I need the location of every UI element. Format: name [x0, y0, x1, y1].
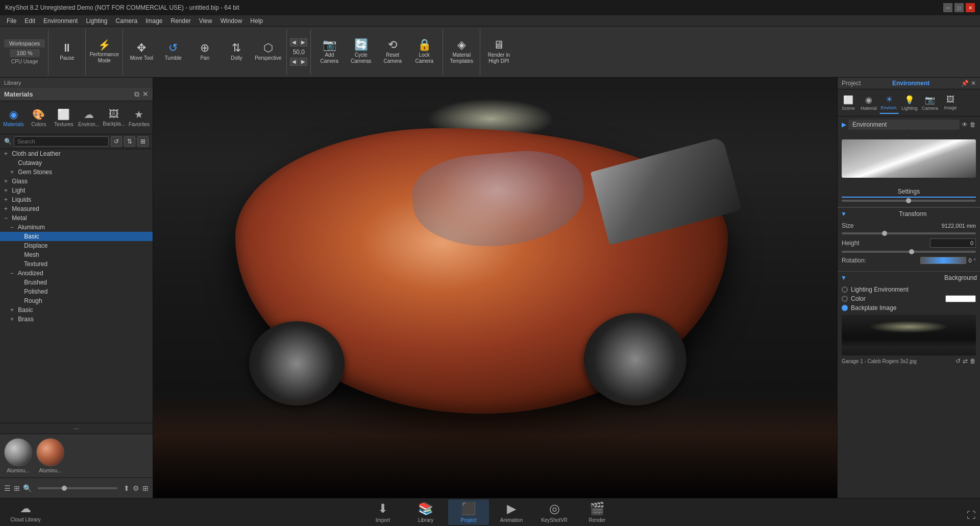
size-slider[interactable] — [38, 487, 117, 489]
workspaces-button[interactable]: Workspaces — [4, 39, 45, 47]
minimize-button[interactable]: ─ — [943, 3, 952, 12]
tab-scene[interactable]: ⬜ Scene — [839, 91, 858, 114]
settings-icon[interactable]: ⚙ — [133, 484, 139, 492]
tree-item-light[interactable]: + Light — [0, 186, 153, 195]
menu-camera[interactable]: Camera — [111, 16, 141, 26]
height-slider-track[interactable] — [842, 251, 976, 253]
env-delete-icon[interactable]: 🗑 — [970, 121, 976, 128]
grid-view-icon[interactable]: ⊞ — [14, 484, 20, 492]
pause-button[interactable]: ⏸ Pause — [52, 32, 82, 73]
more-items-button[interactable]: ··· — [0, 423, 153, 434]
tree-item-glass[interactable]: + Glass — [0, 177, 153, 186]
close-right-icon[interactable]: ✕ — [971, 80, 976, 87]
tree-item-aluminum[interactable]: − Aluminum — [0, 223, 153, 232]
background-header[interactable]: ▼ Background — [838, 272, 980, 284]
fullscreen-button[interactable]: ⛶ — [967, 510, 976, 521]
height-input[interactable] — [930, 238, 976, 248]
performance-mode-button[interactable]: ⚡ PerformanceMode — [89, 32, 119, 73]
cycle-cameras-button[interactable]: 🔄 CycleCameras — [346, 32, 376, 73]
env-slider[interactable] — [842, 200, 976, 202]
tab-environ[interactable]: ☀ Environ. — [879, 91, 899, 114]
tumble-button[interactable]: ↺ Tumble — [158, 32, 188, 73]
tree-item-cutaway[interactable]: Cutaway — [0, 158, 153, 168]
menu-help[interactable]: Help — [246, 16, 267, 26]
move-tool-button[interactable]: ✥ Move Tool — [126, 32, 157, 73]
size-slider-track[interactable] — [842, 232, 976, 234]
zoom-out2-button[interactable]: ◀ — [290, 58, 298, 66]
filter-button[interactable]: ⊞ — [137, 136, 149, 147]
render-high-dpi-button[interactable]: 🖥 Render inHigh DPI — [483, 32, 514, 73]
upload-icon[interactable]: ⬆ — [124, 484, 130, 492]
material-thumb-img-1[interactable] — [4, 438, 32, 466]
menu-environment[interactable]: Environment — [39, 16, 82, 26]
tree-item-textured[interactable]: Textured — [0, 259, 153, 269]
more-bottom-icon[interactable]: ⊞ — [142, 484, 149, 492]
tab-environments[interactable]: ☁ Environ... — [78, 104, 101, 131]
tab-textures[interactable]: ⬜ Textures — [52, 104, 75, 131]
lighting-env-radio-btn[interactable] — [842, 286, 848, 293]
color-swatch[interactable] — [945, 295, 976, 302]
tab-material[interactable]: ◉ Material — [859, 91, 878, 114]
tree-item-gemstones[interactable]: + Gem Stones — [0, 168, 153, 177]
backplate-reload-icon[interactable]: ↺ — [955, 357, 961, 365]
menu-image[interactable]: Image — [141, 16, 166, 26]
viewport[interactable]: ©KeyShot ©KeyShot ©KeyShot ©KeyShot — [153, 78, 837, 498]
menu-file[interactable]: File — [3, 16, 20, 26]
render-button[interactable]: 🎬 Render — [577, 499, 618, 525]
env-settings-tab[interactable]: Settings — [842, 186, 976, 198]
refresh-list-button[interactable]: ↺ — [111, 136, 122, 147]
reset-camera-button[interactable]: ⟲ ResetCamera — [377, 32, 408, 73]
menu-render[interactable]: Render — [167, 16, 195, 26]
maximize-button[interactable]: □ — [954, 3, 964, 12]
zoom-in-button[interactable]: ▶ — [299, 38, 307, 46]
search-input[interactable] — [14, 136, 109, 147]
tree-item-mesh[interactable]: Mesh — [0, 250, 153, 259]
search-bottom-icon[interactable]: 🔍 — [23, 484, 32, 492]
material-thumb-img-2[interactable] — [36, 438, 64, 466]
backplate-delete-icon[interactable]: 🗑 — [970, 357, 976, 365]
import-button[interactable]: ⬇ Import — [362, 499, 403, 525]
tree-item-measured[interactable]: + Measured — [0, 204, 153, 213]
library-button[interactable]: 📚 Library — [405, 499, 446, 525]
tab-image[interactable]: 🖼 Image — [941, 91, 960, 114]
project-tab-label[interactable]: Project — [842, 80, 861, 87]
pin-icon[interactable]: 📌 — [961, 80, 969, 87]
close-panel-icon[interactable]: ✕ — [142, 90, 149, 99]
tree-item-metal[interactable]: − Metal — [0, 213, 153, 223]
lock-camera-button[interactable]: 🔒 LockCamera — [409, 32, 439, 73]
animation-button[interactable]: ▶ Animation — [491, 499, 532, 525]
transform-header[interactable]: ▼ Transform — [838, 208, 980, 220]
zoom-in2-button[interactable]: ▶ — [299, 58, 307, 66]
env-visibility-icon[interactable]: 👁 — [962, 121, 968, 128]
tab-lighting[interactable]: 💡 Lighting — [900, 91, 919, 114]
tab-camera[interactable]: 📷 Camera — [920, 91, 940, 114]
menu-edit[interactable]: Edit — [20, 16, 39, 26]
perspective-button[interactable]: ⬡ Perspective — [253, 32, 283, 73]
tree-item-polished[interactable]: Polished — [0, 287, 153, 296]
tab-favorites[interactable]: ★ Favorites — [128, 104, 151, 131]
add-camera-button[interactable]: 📷 AddCamera — [314, 32, 345, 73]
cloud-library-button[interactable]: ☁ Cloud Library — [0, 498, 51, 526]
tree-item-displace[interactable]: Displace — [0, 241, 153, 250]
float-icon[interactable]: ⧉ — [134, 90, 139, 99]
tree-item-basic[interactable]: + Basic — [0, 305, 153, 315]
zoom-out-button[interactable]: ◀ — [290, 38, 298, 46]
list-view-icon[interactable]: ☰ — [4, 484, 11, 492]
sort-button[interactable]: ⇅ — [124, 136, 135, 147]
tab-backplates[interactable]: 🖼 Backpla... — [103, 104, 126, 131]
tree-item-basic-selected[interactable]: Basic — [0, 232, 153, 241]
tab-colors[interactable]: 🎨 Colors — [27, 104, 50, 131]
material-templates-button[interactable]: ◈ MaterialTemplates — [446, 32, 477, 73]
tree-item-rough[interactable]: Rough — [0, 296, 153, 305]
environment-tab-label[interactable]: Environment — [892, 80, 929, 87]
pan-button[interactable]: ⊕ Pan — [189, 32, 220, 73]
tree-item-brass[interactable]: + Brass — [0, 315, 153, 324]
keyshot-vr-button[interactable]: ◎ KeyShotVR — [534, 499, 575, 525]
color-radio-btn[interactable] — [842, 296, 848, 302]
menu-window[interactable]: Window — [216, 16, 247, 26]
tab-materials[interactable]: ◉ Materials — [2, 104, 25, 131]
backplate-swap-icon[interactable]: ⇄ — [963, 357, 968, 365]
project-button[interactable]: ⬛ Project — [448, 499, 489, 525]
menu-lighting[interactable]: Lighting — [82, 16, 111, 26]
dolly-button[interactable]: ⇅ Dolly — [221, 32, 252, 73]
